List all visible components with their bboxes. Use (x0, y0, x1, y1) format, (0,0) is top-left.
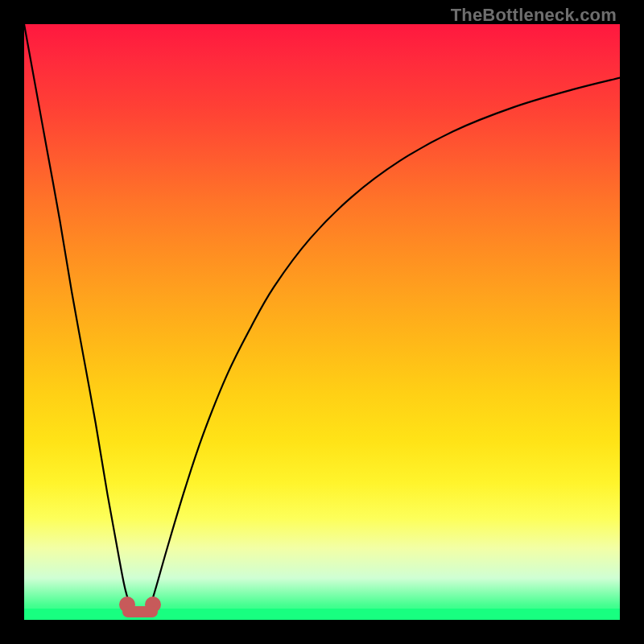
bottleneck-curve (24, 24, 620, 620)
chart-panel (24, 24, 620, 620)
bottleneck-curve-path (24, 24, 620, 615)
minimum-marker-base (122, 606, 158, 617)
watermark-text: TheBottleneck.com (451, 5, 617, 26)
